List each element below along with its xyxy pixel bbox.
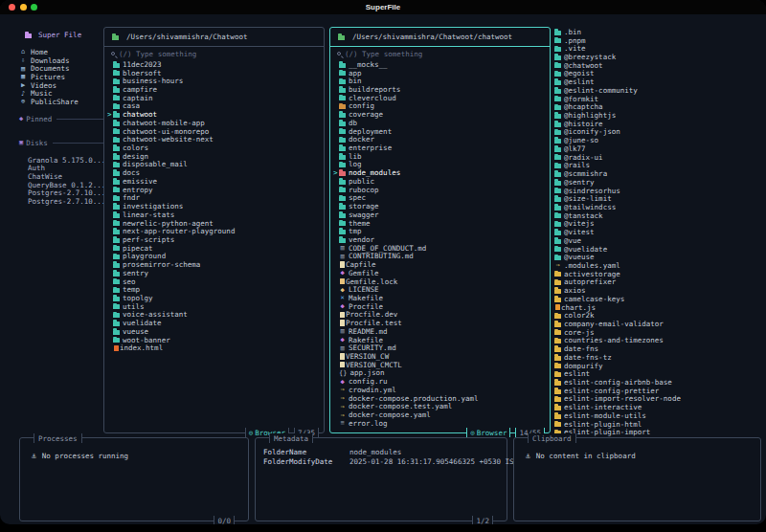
file-row[interactable]: Procfile.dev [333,311,550,320]
file-panel-2[interactable]: /Users/shivammishra/Chatwoot/chatwoot (/… [329,27,551,433]
file-row[interactable]: ◆ Procfile [333,302,550,311]
file-row[interactable]: → docker-compose.production.yaml [333,394,550,403]
file-panel-1[interactable]: /Users/shivammishra/Chatwoot (/) Type so… [103,27,325,433]
file-row[interactable]: ◆ Gemfile [333,269,550,277]
file-row[interactable]: ▥ README.md [333,327,550,336]
file-row[interactable]: chatwoot-website-next [107,135,324,144]
file-row[interactable]: fndr [107,194,324,203]
disk-item[interactable]: Postgres-2.7.10... [19,189,103,198]
file-row[interactable]: > node_modules [333,168,550,177]
file-row[interactable]: entropy [107,186,324,194]
file-row[interactable]: ≡ error.log [333,419,550,428]
file-row[interactable]: lib [333,152,550,161]
file-row[interactable]: index.html [107,344,324,352]
file-row[interactable]: seo [107,277,324,286]
file-row[interactable]: chatwoot-ui-monorepo [107,127,324,136]
file-row[interactable]: casa [107,102,324,111]
file-row[interactable]: bloersoft [107,69,324,78]
file-row[interactable]: app [333,69,550,78]
file-row[interactable]: voice-assistant [107,311,324,320]
file-row[interactable]: → crowdin.yml [333,386,550,394]
close-window-button[interactable] [9,4,15,11]
file-row[interactable]: colors [107,144,324,152]
file-row[interactable]: × Makefile [333,294,550,302]
file-row[interactable]: investigations [107,202,324,211]
file-row[interactable]: buildreports [333,85,550,94]
file-row[interactable]: design [107,152,324,161]
file-row[interactable]: disposable_mail [107,161,324,169]
file-row[interactable]: tmp [333,227,550,235]
file-row[interactable]: → docker-compose.yaml [333,410,550,419]
sidebar-item[interactable]: ⇩ Downloads [19,56,103,65]
file-row[interactable]: db [333,119,550,127]
file-row[interactable]: Procfile.test [333,319,550,327]
file-row[interactable]: emissive [107,177,324,186]
sidebar-item[interactable]: ⊕ PublicShare [19,98,103,106]
file-row[interactable]: vuelidate [107,319,324,327]
file-row[interactable]: 11dec2023 [107,60,324,69]
file-row[interactable]: VERSION_CMCTL [333,361,550,369]
file-row[interactable]: ◆ LICENSE [333,285,550,294]
file-row[interactable]: spec [333,194,550,203]
file-row[interactable]: docs [107,168,324,177]
file-row[interactable]: business-hours [107,77,324,85]
sidebar-item[interactable]: ▦ Pictures [19,73,103,81]
file-row[interactable]: clevercloud [333,94,550,102]
file-row[interactable]: woot-banner [107,336,324,344]
file-row[interactable]: docker [333,135,550,144]
file-row[interactable]: ▥ CONTRIBUTING.md [333,253,550,261]
file-row[interactable]: → docker-compose.test.yaml [333,402,550,410]
file-row[interactable]: config [333,102,550,111]
file-row[interactable]: public [333,177,550,186]
disk-item[interactable]: Postgres-2.7.10... [19,197,103,206]
file-row[interactable]: ▥ SECURITY.md [333,344,550,352]
search-bar[interactable]: (/) Type something [330,48,550,59]
sidebar-item[interactable]: ⌂ Home [19,48,103,56]
file-row[interactable]: chatwoot-mobile-app [107,119,324,127]
file-row[interactable]: vendor [333,235,550,244]
file-row[interactable]: VERSION_CW [333,352,550,361]
sidebar-item[interactable]: ▶ Videos [19,81,103,90]
folder-yellow-icon [554,356,561,361]
file-row[interactable]: prosemirror-schema [107,260,324,269]
search-bar[interactable]: (/) Type something [104,48,324,59]
file-row[interactable]: topolgy [107,294,324,302]
sidebar-item[interactable]: ▤ Documents [19,64,103,73]
maximize-window-button[interactable] [31,4,37,11]
file-row[interactable]: Capfile [333,260,550,269]
file-row[interactable]: pipecat [107,244,324,253]
file-row[interactable]: temp [107,285,324,294]
file-row[interactable]: ◆ Rakefile [333,336,550,344]
file-row[interactable]: utils [107,302,324,311]
disk-item[interactable]: QueryBase 0.1.2... [19,181,103,189]
disk-item[interactable]: ChatWise [19,172,103,181]
disk-item[interactable]: Auth [19,165,103,173]
file-row[interactable]: playground [107,253,324,261]
file-row[interactable]: vueuse [107,327,324,336]
sidebar-item[interactable]: ♪ Music [19,89,103,98]
file-row[interactable]: swagger [333,211,550,219]
file-row[interactable]: enterprise [333,144,550,152]
file-row[interactable]: __mocks__ [333,60,550,69]
file-row[interactable]: captain [107,94,324,102]
file-row[interactable]: next-app-router-playground [107,227,324,235]
file-row[interactable]: deployment [333,127,550,136]
file-row[interactable]: theme [333,219,550,228]
file-row[interactable]: linear-stats [107,211,324,219]
minimize-window-button[interactable] [20,4,27,11]
file-row[interactable]: log [333,161,550,169]
file-row[interactable]: campfire [107,85,324,94]
file-row[interactable]: ◆ config.ru [333,377,550,386]
file-row[interactable]: {} app.json [333,369,550,378]
file-row[interactable]: storage [333,202,550,211]
file-row[interactable]: Gemfile.lock [333,277,550,286]
file-row[interactable]: > chatwoot [107,110,324,119]
file-row[interactable]: sentry [107,269,324,277]
file-row[interactable]: bin [333,77,550,85]
file-row[interactable]: newrelic-python-agent [107,219,324,228]
disk-item[interactable]: Granola 5.175.0... [19,156,103,165]
file-row[interactable]: perf-scripts [107,235,324,244]
file-row[interactable]: coverage [333,110,550,119]
file-row[interactable]: rubocop [333,186,550,194]
file-row[interactable]: ▥ CODE_OF_CONDUCT.md [333,244,550,253]
